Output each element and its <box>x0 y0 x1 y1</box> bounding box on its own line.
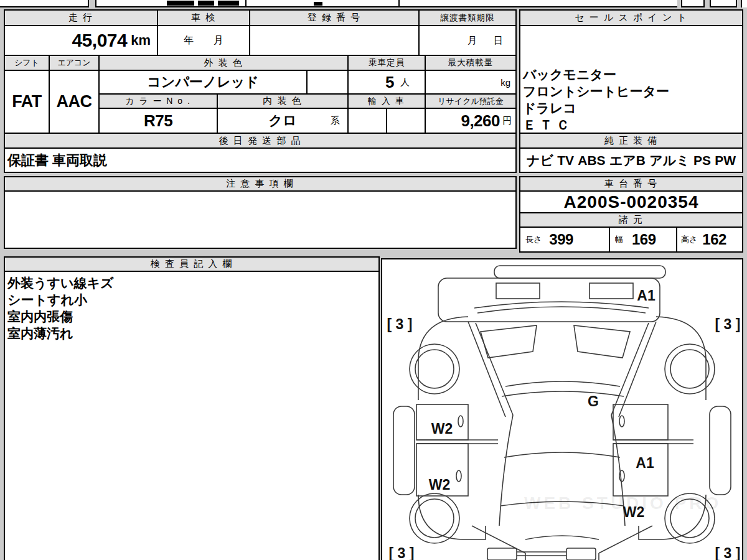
damage-mark: W2 <box>429 477 451 493</box>
exterior-color-value: コンパーノレッド <box>98 70 308 95</box>
import-car-cell-right <box>386 108 426 134</box>
exterior-color-header: 外 装 色 <box>98 55 349 71</box>
damage-mark: W2 <box>623 504 645 521</box>
chassis-value: A200S-0020354 <box>519 190 743 213</box>
recycle-deposit-value: 9,260 円 <box>425 108 517 134</box>
damage-mark: W2 <box>431 421 453 437</box>
spec-width: 幅 169 <box>609 226 677 253</box>
damage-marks-layer: A1[ 3 ][ 3 ]GW2W2A1W2[ 3 ][ 3 ] <box>382 259 742 560</box>
later-parts-value: 保証書 車両取説 <box>4 147 517 173</box>
shaken-header: 車 検 <box>157 9 250 26</box>
genuine-equipment-header: 純 正 装 備 <box>519 133 743 149</box>
sales-point-item: バックモニター <box>523 66 742 83</box>
recycle-deposit-unit: 円 <box>502 115 512 127</box>
shaken-value: 年 月 <box>157 25 250 56</box>
sales-point-item: Ｅ Ｔ Ｃ <box>523 116 742 133</box>
genuine-equipment-row: ナビ TV ABS エアB アルミ PS PW <box>519 147 743 173</box>
mileage-header: 走 行 <box>4 9 158 26</box>
damage-mark: G <box>588 393 599 410</box>
top-cutoff-cell <box>741 0 747 7</box>
inspector-note-line: 外装うすい線キズ <box>7 274 378 291</box>
capacity-unit: 人 <box>400 77 410 88</box>
spec-width-label: 幅 <box>615 234 623 245</box>
color-no-value: R75 <box>98 108 218 134</box>
damage-mark: [ 3 ] <box>387 316 413 333</box>
registration-value <box>249 25 420 56</box>
sales-point-item: フロントシートヒーター <box>523 83 742 100</box>
cutoff-text-fragment <box>314 2 322 6</box>
inspector-note-line: シートすれ小 <box>7 291 378 308</box>
capacity-value: 5 人 <box>347 70 426 95</box>
exterior-color-extra-cell <box>306 70 349 95</box>
chassis-header: 車 台 番 号 <box>519 176 743 192</box>
max-load-value: kg <box>425 70 517 95</box>
transfer-docs-value: 月 日 <box>418 25 517 56</box>
mileage-value: 45,074 km <box>4 25 158 56</box>
top-cutoff-row <box>0 0 89 7</box>
spec-length-value: 399 <box>549 231 573 248</box>
inspector-note-line: 室内薄汚れ <box>7 325 378 342</box>
interior-color-name: クロ <box>268 111 296 130</box>
top-cutoff-divider <box>245 0 247 7</box>
recycle-deposit-number: 9,260 <box>461 111 500 131</box>
capacity-header: 乗車定員 <box>347 55 426 71</box>
equipment-item: アルミ <box>649 152 689 169</box>
top-cutoff-cell <box>710 0 737 7</box>
shift-header: シフト <box>4 55 50 71</box>
notes-box <box>4 190 517 249</box>
damage-mark: A1 <box>637 287 655 304</box>
top-cutoff-cell <box>681 0 705 7</box>
spec-width-value: 169 <box>632 231 656 248</box>
transfer-docs-header: 譲渡書類期限 <box>418 9 517 26</box>
capacity-number: 5 <box>385 73 394 92</box>
registration-header: 登 録 番 号 <box>249 9 420 26</box>
sales-points-box: バックモニター フロントシートヒーター ドラレコ Ｅ Ｔ Ｃ <box>519 25 743 134</box>
spec-height-label: 高さ <box>681 234 697 245</box>
import-car-header: 輸 入 車 <box>347 93 426 109</box>
inspector-notes-box: 外装うすい線キズ シートすれ小 室内内張傷 室内薄汚れ <box>4 271 380 560</box>
mileage-number: 45,074 <box>72 30 127 51</box>
shift-value: FAT <box>4 70 50 134</box>
equipment-item: ナビ <box>527 152 553 169</box>
damage-mark: [ 3 ] <box>715 316 741 333</box>
inspector-notes-header: 検 査 員 記 入 欄 <box>4 256 380 272</box>
inspector-note-line: 室内内張傷 <box>7 308 378 325</box>
auction-sheet: 走 行 車 検 登 録 番 号 譲渡書類期限 45,074 km 年 月 月 日… <box>0 0 747 560</box>
cutoff-text-fragment <box>167 1 194 6</box>
cutoff-text-fragment <box>218 1 239 6</box>
interior-color-value: クロ 系 <box>217 108 349 134</box>
equipment-item: TV <box>557 153 574 168</box>
import-car-cell-left <box>347 108 387 134</box>
max-load-header: 最大積載量 <box>425 55 517 71</box>
color-no-header: カ ラ ー N o . <box>98 93 218 109</box>
cutoff-text-fragment <box>198 1 214 6</box>
equipment-item: エアB <box>609 152 646 169</box>
spec-length-label: 長さ <box>525 234 542 245</box>
spec-height: 高さ 162 <box>676 226 743 253</box>
spec-length: 長さ 399 <box>519 226 610 253</box>
specs-header: 諸 元 <box>519 212 743 228</box>
notes-header: 注 意 事 項 欄 <box>4 176 517 192</box>
equipment-item: PS <box>693 153 711 168</box>
damage-mark: [ 3 ] <box>715 545 741 560</box>
interior-color-header: 内 装 色 <box>217 93 349 109</box>
mileage-unit: km <box>131 32 151 49</box>
damage-mark: [ 3 ] <box>389 545 415 560</box>
aircon-header: エアコン <box>49 55 100 71</box>
aircon-value: AAC <box>49 70 100 134</box>
sales-points-header: セ ー ル ス ポ イ ン ト <box>519 9 743 26</box>
damage-mark: A1 <box>636 455 654 472</box>
recycle-deposit-header: リサイクル預託金 <box>425 93 517 109</box>
spec-height-value: 162 <box>702 231 726 248</box>
damage-diagram: WEB STUDIO PRO A1[ 3 ][ 3 ]GW2W2A1W2[ 3 … <box>381 258 743 560</box>
sales-point-item: ドラレコ <box>523 100 742 116</box>
equipment-item: ABS <box>578 153 605 168</box>
top-cutoff-divider <box>398 0 400 7</box>
later-parts-header: 後 日 発 送 部 品 <box>4 133 517 149</box>
interior-color-suffix: 系 <box>331 115 340 127</box>
equipment-item: PW <box>715 153 736 168</box>
